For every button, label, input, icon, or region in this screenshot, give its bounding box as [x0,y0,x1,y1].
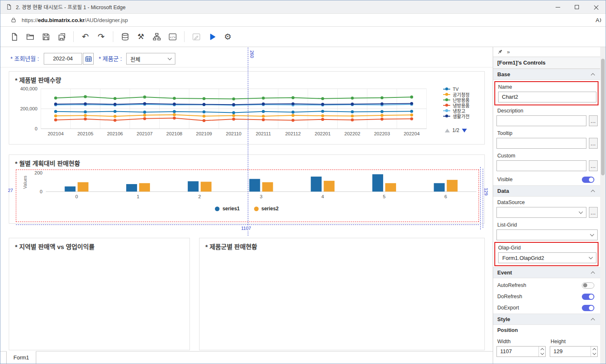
collapse-panel-icon[interactable]: » [507,49,510,55]
undo-icon: ↶ [82,32,89,41]
custom-input[interactable] [496,160,586,171]
stepper-arrows[interactable] [591,347,597,357]
toolbar-build-tools-button[interactable]: ⚒ [133,29,149,44]
description-input[interactable] [496,115,586,126]
name-highlight-box: Name Chart2 [494,81,599,105]
toolbar-new-document-button[interactable] [6,29,22,44]
dorefresh-row: DoRefresh [493,291,600,302]
datasource-label: DataSource [497,199,525,205]
svg-text:202104: 202104 [47,131,64,136]
width-stepper[interactable]: 1107 [496,346,546,357]
edit-icon [192,32,201,41]
toolbar-edit-button[interactable] [188,29,204,44]
doexport-label: DoExport [497,305,519,311]
guide-label-260: 260 [249,50,254,58]
toolbar-redo-button[interactable]: ↷ [93,29,109,44]
legend-item[interactable]: 공기청정 [443,92,469,97]
calendar-icon [85,55,92,62]
section-data[interactable]: Data [493,185,600,197]
legend-marker [443,94,450,95]
url-text[interactable]: https://edu.bimatrix.co.kr/AUD/designer.… [22,17,128,23]
legend-item[interactable]: 난방용품 [443,97,469,102]
visible-row: Visible [493,174,600,185]
panel-sales-qty-chart[interactable]: * 제품별 판매수량 0200,000400,00020210420210520… [9,71,485,145]
svg-text:202107: 202107 [137,131,152,136]
guide-label-129: 129 [484,188,489,195]
stepper-arrows[interactable] [539,347,545,357]
width-label: Width [497,339,511,344]
visible-toggle[interactable] [582,177,594,183]
svg-text:202112: 202112 [285,131,301,136]
close-button[interactable] [586,0,606,14]
legend-item[interactable]: TV [443,87,469,91]
legend-marker [443,116,450,117]
controls-header: [Form1]'s Controls [493,57,600,69]
height-stepper[interactable]: 129 [550,346,598,357]
legend-item[interactable]: 냉장고 [443,108,469,113]
chevron-down-icon [579,209,583,214]
dorefresh-label: DoRefresh [497,294,522,299]
tooltip-more-button[interactable]: … [589,138,598,149]
legend-item[interactable]: 생활가전 [443,114,469,118]
section-event[interactable]: Event [493,267,600,278]
autorefresh-label: AutoRefresh [497,282,526,288]
svg-text:202105: 202105 [77,131,93,136]
read-aloud-icon[interactable]: A [596,17,602,23]
panel-product-group[interactable]: * 제품군별 판매현황 [199,238,485,350]
browser-window: 2. 경영 현황 대시보드 - 프로필 1 - Microsoft Edge h… [0,0,606,364]
legend-item[interactable]: 냉방용품 [443,103,469,107]
toolbar-undo-button[interactable]: ↶ [77,29,93,44]
toolbar-save-button[interactable] [38,29,54,44]
date-filter-input[interactable]: 2022-04 [44,53,82,65]
svg-text:202110: 202110 [226,131,242,136]
toolbar-settings-button[interactable]: ⚙ [220,29,236,44]
page-down-icon[interactable] [462,129,467,132]
code-editor-icon: </> [168,32,177,41]
toolbar-save-copy-button[interactable] [54,29,70,44]
address-bar: https://edu.bimatrix.co.kr/AUD/designer.… [0,14,606,27]
toolbar-run-button[interactable] [204,29,220,44]
description-more-button[interactable]: … [589,115,598,126]
datasource-select[interactable] [496,207,586,218]
datasource-more-button[interactable]: … [589,207,598,218]
guide-label-27: 27 [8,188,13,193]
name-label: Name [498,84,512,90]
section-base[interactable]: Base [493,69,600,80]
product-filter-select[interactable]: 전체 [126,53,175,65]
svg-text:202202: 202202 [344,131,360,136]
close-icon [594,5,599,10]
window-title: 2. 경영 현황 대시보드 - 프로필 1 - Microsoft Edge [16,3,125,11]
maximize-button[interactable] [567,0,586,14]
scrollbar[interactable] [600,47,606,364]
new-document-icon [10,32,19,41]
doexport-toggle[interactable] [582,305,594,311]
legend-label: 생활가전 [453,113,469,120]
legend-marker [443,110,450,111]
tab-form1[interactable]: Form1 [6,351,36,364]
minimize-button[interactable] [548,0,567,14]
listgrid-select[interactable] [496,229,598,240]
toolbar-open-folder-button[interactable] [22,29,38,44]
scrollbar-thumb[interactable] [601,59,605,175]
svg-text:202109: 202109 [196,131,212,136]
legend-marker [443,105,450,106]
tooltip-input[interactable] [496,138,586,149]
sales-line-chart: 0200,000400,0002021042021052021062021072… [19,84,429,143]
dorefresh-toggle[interactable] [582,294,594,300]
olapgrid-select[interactable]: Form1.OlapGrid2 [498,252,596,263]
description-label: Description [497,108,524,114]
toolbar-code-editor-button[interactable]: </> [165,29,180,44]
chevron-up-icon [591,190,595,194]
toolbar-database-button[interactable] [117,29,133,44]
pin-icon[interactable] [497,49,503,55]
page-up-icon[interactable] [445,129,450,132]
section-style[interactable]: Style [493,314,600,325]
panel-region-sales[interactable]: * 지역별 판매액 vs 영업이익률 [9,238,190,350]
autorefresh-toggle[interactable] [582,282,594,289]
custom-more-button[interactable]: … [589,160,598,171]
name-input[interactable]: Chart2 [498,92,596,102]
toolbar-divider [73,31,74,42]
calendar-button[interactable] [83,53,94,65]
open-folder-icon [26,32,35,41]
toolbar-hierarchy-button[interactable] [149,29,165,44]
